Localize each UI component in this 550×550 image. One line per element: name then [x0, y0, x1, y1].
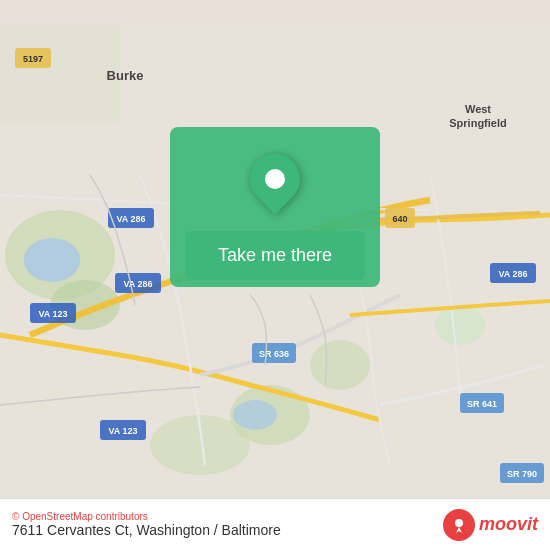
svg-point-8	[24, 238, 80, 282]
pin-shape	[240, 144, 311, 215]
svg-text:VA 286: VA 286	[123, 279, 152, 289]
address-text: 7611 Cervantes Ct, Washington / Baltimor…	[12, 522, 443, 538]
svg-point-9	[233, 400, 277, 430]
osm-attribution: © OpenStreetMap contributors	[12, 511, 443, 522]
address-section: © OpenStreetMap contributors 7611 Cervan…	[12, 511, 443, 538]
svg-point-33	[455, 519, 463, 527]
svg-text:Burke: Burke	[107, 68, 144, 83]
svg-rect-6	[0, 25, 120, 125]
map-pin	[250, 154, 300, 204]
moovit-icon	[443, 509, 475, 541]
bottom-bar: © OpenStreetMap contributors 7611 Cervan…	[0, 498, 550, 550]
svg-text:5197: 5197	[23, 54, 43, 64]
osm-link-text[interactable]: OpenStreetMap contributors	[22, 511, 148, 522]
svg-text:SR 641: SR 641	[467, 399, 497, 409]
svg-text:SR 790: SR 790	[507, 469, 537, 479]
take-me-there-button[interactable]: Take me there	[185, 231, 365, 280]
svg-text:640: 640	[392, 214, 407, 224]
osm-copyright-symbol: ©	[12, 511, 19, 522]
svg-point-5	[435, 305, 485, 345]
svg-text:Springfield: Springfield	[449, 117, 506, 129]
moovit-text: moovit	[479, 514, 538, 535]
svg-text:VA 123: VA 123	[38, 309, 67, 319]
moovit-logo[interactable]: moovit	[443, 509, 538, 541]
svg-text:VA 286: VA 286	[116, 214, 145, 224]
map-container: VA 286 VA 286 VA 123 VA 123 VA 286 SR 63…	[0, 0, 550, 550]
address-street: 7611 Cervantes Ct,	[12, 522, 133, 538]
svg-text:West: West	[465, 103, 491, 115]
pin-inner-dot	[265, 169, 285, 189]
svg-point-4	[310, 340, 370, 390]
svg-text:VA 123: VA 123	[108, 426, 137, 436]
svg-text:SR 636: SR 636	[259, 349, 289, 359]
svg-text:VA 286: VA 286	[498, 269, 527, 279]
address-city: Washington / Baltimore	[137, 522, 281, 538]
